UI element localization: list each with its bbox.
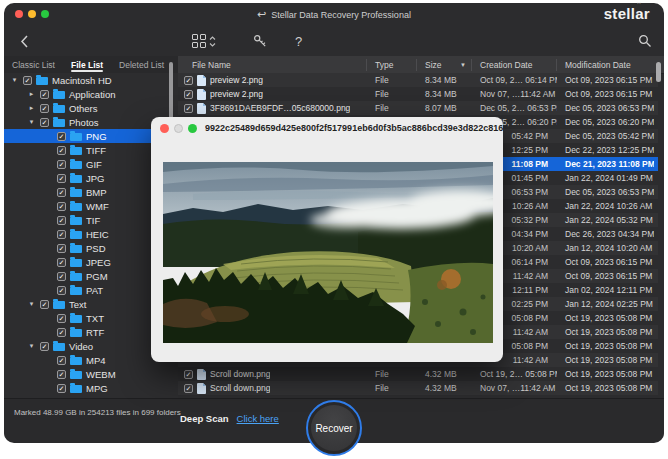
search-button[interactable]: [638, 26, 652, 56]
checkbox[interactable]: ✓: [57, 160, 66, 169]
list-tabs: Classic List File List Deleted List: [4, 56, 178, 74]
type-cell: File: [367, 75, 417, 85]
modification-date-cell: Oct 19, 2023 05:08 PM: [557, 313, 654, 323]
size-cell: 4.32 MB: [417, 383, 472, 393]
checkbox[interactable]: ✓: [40, 300, 49, 309]
size-cell: 8.07 MB: [417, 103, 472, 113]
tree-item-webm[interactable]: ✓WEBM: [4, 367, 178, 381]
window-title-group: ↩ Stellar Data Recovery Professional: [4, 3, 664, 26]
preview-zoom-button[interactable]: [188, 124, 197, 133]
deep-scan-click-here-link[interactable]: Click here: [237, 413, 279, 424]
table-row[interactable]: ✓Scroll down.pngFile4.32 MBNov 07, …11:4…: [178, 381, 658, 395]
checkbox[interactable]: ✓: [184, 384, 193, 393]
table-row[interactable]: ✓Scroll down.pngFile4.32 MBOct 19, 2… 05…: [178, 367, 658, 381]
toolbar: ?: [4, 26, 664, 56]
modification-date-cell: Jan 22, 2024 05:32 PM: [557, 215, 654, 225]
tab-classic-list[interactable]: Classic List: [4, 56, 63, 73]
checkbox[interactable]: ✓: [57, 174, 66, 183]
checkbox[interactable]: ✓: [57, 216, 66, 225]
file-name-cell: ✓preview 2.png: [178, 75, 367, 86]
modification-date-cell: Jan 22, 2024 10:26 AM: [557, 201, 654, 211]
size-cell: 8.34 MB: [417, 75, 472, 85]
disclosure-triangle-icon[interactable]: ▾: [27, 342, 36, 350]
tree-item-others[interactable]: ▸✓Others: [4, 101, 178, 115]
question-mark-icon: ?: [295, 34, 302, 49]
tab-file-list[interactable]: File List: [63, 56, 111, 73]
checkbox[interactable]: ✓: [57, 132, 66, 141]
checkbox[interactable]: ✓: [184, 104, 193, 113]
help-button[interactable]: ?: [295, 26, 302, 56]
preview-minimize-button[interactable]: [174, 124, 183, 133]
checkbox[interactable]: ✓: [57, 188, 66, 197]
column-header-size[interactable]: Size ▼: [417, 59, 472, 71]
column-header-creation-date[interactable]: Creation Date: [472, 59, 557, 71]
checkbox[interactable]: ✓: [57, 314, 66, 323]
preview-titlebar[interactable]: 9922c25489d659d425e800f2f517991eb6d0f3b5…: [151, 117, 503, 139]
table-header: File Name Type Size ▼ Creation Date Modi…: [178, 56, 664, 74]
tree-item-label: TIFF: [86, 145, 106, 156]
tree-item-label: Application: [69, 89, 115, 100]
table-row[interactable]: ✓preview 2.pngFile8.34 MBOct 09, 2… 06:1…: [178, 73, 658, 87]
modification-date-cell: Dec 26, 2023 04:34 PM: [557, 229, 654, 239]
folder-icon: [70, 357, 82, 365]
table-row[interactable]: ✓preview 2.pngFile8.34 MBNov 07, …11:42 …: [178, 87, 658, 101]
folder-icon: [53, 91, 65, 99]
preview-close-button[interactable]: [160, 124, 169, 133]
checkbox[interactable]: ✓: [40, 90, 49, 99]
tree-item-label: PGM: [86, 271, 108, 282]
grid-view-icon: [192, 34, 206, 48]
disclosure-triangle-icon[interactable]: ▸: [27, 104, 36, 112]
tree-item-mpg[interactable]: ✓MPG: [4, 381, 178, 395]
file-icon: [197, 75, 206, 86]
tree-item-label: PAT: [86, 285, 103, 296]
modification-date-cell: Oct 19, 2023 05:08 PM: [557, 383, 654, 393]
disclosure-triangle-icon[interactable]: ▾: [27, 118, 36, 126]
checkbox[interactable]: ✓: [57, 272, 66, 281]
column-header-type[interactable]: Type: [367, 59, 417, 71]
checkbox[interactable]: ✓: [57, 230, 66, 239]
checkbox[interactable]: ✓: [40, 342, 49, 351]
file-list-scrollbar-thumb[interactable]: [656, 62, 661, 82]
table-row[interactable]: ✓3F8691DAEB9FDF…05c680000.pngFile8.07 MB…: [178, 101, 658, 115]
checkbox[interactable]: ✓: [57, 286, 66, 295]
checkbox[interactable]: ✓: [40, 118, 49, 127]
checkbox[interactable]: ✓: [57, 370, 66, 379]
checkbox[interactable]: ✓: [40, 104, 49, 113]
activation-key-button[interactable]: [253, 26, 267, 56]
recover-button[interactable]: Recover: [306, 400, 362, 456]
size-cell: 4.32 MB: [417, 369, 472, 379]
modification-date-cell: Oct 19, 2023 05:08 PM: [557, 355, 654, 365]
disclosure-triangle-icon[interactable]: ▾: [10, 76, 19, 84]
checkbox[interactable]: ✓: [57, 356, 66, 365]
checkbox[interactable]: ✓: [57, 244, 66, 253]
disclosure-triangle-icon[interactable]: ▾: [27, 300, 36, 308]
file-name-text: 3F8691DAEB9FDF…05c680000.png: [210, 103, 350, 113]
checkbox[interactable]: ✓: [57, 384, 66, 393]
sort-dropdown-icon[interactable]: ▼: [460, 59, 466, 71]
back-button[interactable]: [20, 26, 28, 56]
tree-item-application[interactable]: ▸✓Application: [4, 87, 178, 101]
checkbox[interactable]: ✓: [23, 76, 32, 85]
checkbox[interactable]: ✓: [57, 146, 66, 155]
checkbox[interactable]: ✓: [184, 370, 193, 379]
tab-deleted-list[interactable]: Deleted List: [111, 56, 172, 73]
file-name-text: preview 2.png: [210, 89, 263, 99]
tree-item-label: TXT: [86, 313, 104, 324]
folder-icon: [70, 217, 82, 225]
checkbox[interactable]: ✓: [57, 328, 66, 337]
preview-window[interactable]: 9922c25489d659d425e800f2f517991eb6d0f3b5…: [151, 117, 503, 362]
tree-item-label: GIF: [86, 159, 102, 170]
file-icon: [197, 89, 206, 100]
checkbox[interactable]: ✓: [184, 76, 193, 85]
column-header-modification-date[interactable]: Modification Date: [557, 59, 654, 71]
disclosure-triangle-icon[interactable]: ▸: [27, 90, 36, 98]
checkbox[interactable]: ✓: [184, 90, 193, 99]
folder-icon: [70, 175, 82, 183]
checkbox[interactable]: ✓: [57, 258, 66, 267]
tree-item-label: HEIC: [86, 229, 109, 240]
tree-item-macintosh-hd[interactable]: ▾✓Macintosh HD: [4, 73, 178, 87]
column-header-file-name[interactable]: File Name: [178, 59, 367, 71]
checkbox[interactable]: ✓: [57, 202, 66, 211]
view-switcher-button[interactable]: [192, 26, 216, 56]
return-arrow-icon: ↩: [257, 9, 266, 20]
